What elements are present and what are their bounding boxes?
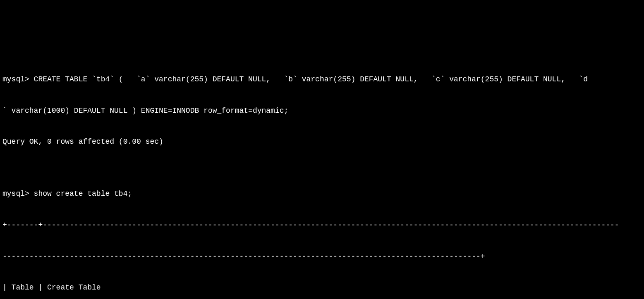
terminal-line: | Table | Create Table	[2, 282, 642, 293]
terminal-line: ` varchar(1000) DEFAULT NULL ) ENGINE=IN…	[2, 106, 642, 116]
terminal-line: Query OK, 0 rows affected (0.00 sec)	[2, 137, 642, 147]
terminal-line: mysql> CREATE TABLE `tb4` ( `a` varchar(…	[2, 74, 642, 85]
mysql-terminal[interactable]: mysql> CREATE TABLE `tb4` ( `a` varchar(…	[0, 52, 644, 299]
terminal-line: ----------------------------------------…	[2, 252, 642, 262]
terminal-line: mysql> show create table tb4;	[2, 189, 642, 199]
terminal-line: +-------+-------------------------------…	[2, 220, 642, 230]
